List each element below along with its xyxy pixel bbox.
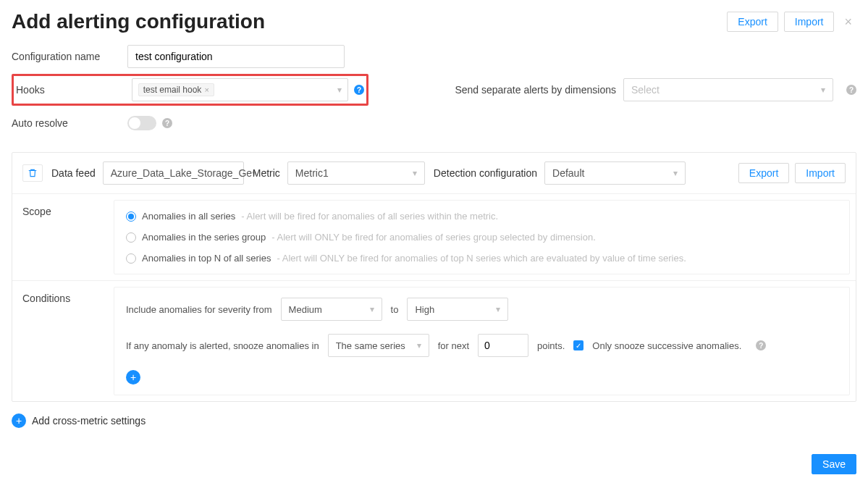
close-icon[interactable]: × [840,14,856,30]
detection-value: Default [552,167,584,179]
severity-from-value: Medium [289,304,322,315]
only-successive-label: Only snooze successive anomalies. [592,340,741,351]
chevron-down-icon: ▾ [413,168,417,178]
hooks-tag-label: test email hook [143,85,202,95]
add-cross-metric-label: Add cross-metric settings [32,415,146,427]
add-cross-metric-button[interactable]: + Add cross-metric settings [0,408,868,434]
hooks-tag-remove-icon[interactable]: × [204,85,208,94]
scope-opt3-desc: - Alert will ONLY be fired for anomalies… [277,253,686,264]
help-icon[interactable]: ? [846,85,856,95]
scope-label: Scope [12,194,114,229]
conditions-label: Conditions [12,281,114,316]
scope-radio-all[interactable] [126,211,136,222]
severity-to-value: High [415,304,434,315]
hooks-highlight: Hooks test email hook × ▾ ? [12,74,368,106]
help-icon[interactable]: ? [756,340,766,350]
chevron-down-icon: ▾ [337,85,342,95]
snooze-prefix: If any anomaly is alerted, snooze anomal… [126,340,319,351]
only-successive-checkbox[interactable]: ✓ [573,340,583,350]
plus-icon: + [12,413,26,428]
detection-select[interactable]: Default ▾ [544,161,686,185]
chevron-down-icon: ▾ [417,340,421,350]
dimensions-label: Send separate alerts by dimensions [455,84,616,96]
snooze-points-input[interactable] [478,334,528,357]
chevron-down-icon: ▾ [496,304,500,314]
metric-label: Metric [253,167,280,179]
data-feed-label: Data feed [51,167,96,179]
export-button[interactable]: Export [727,12,778,32]
snooze-for-next: for next [438,340,469,351]
conditions-body: Include anomalies for severity from Medi… [114,287,850,395]
help-icon[interactable]: ? [354,85,364,95]
scope-radio-group[interactable] [126,232,136,243]
card-import-button[interactable]: Import [795,163,846,183]
hooks-tag: test email hook × [138,83,214,96]
scope-opt2-label: Anomalies in the series group [142,232,266,243]
severity-prefix: Include anomalies for severity from [126,304,272,315]
chevron-down-icon: ▾ [673,168,678,178]
scope-opt1-label: Anomalies in all series [142,211,235,222]
severity-to-select[interactable]: High ▾ [407,298,508,321]
hooks-select[interactable]: test email hook × ▾ [132,78,348,101]
dimensions-placeholder: Select [631,84,660,96]
scope-radio-topn[interactable] [126,253,136,264]
page-title: Add alerting configuration [12,10,265,33]
detection-label: Detection configuration [434,167,537,179]
severity-from-select[interactable]: Medium ▾ [281,298,382,321]
metric-value: Metric1 [295,167,329,179]
chevron-down-icon: ▾ [370,304,374,314]
dimensions-select[interactable]: Select ▾ [623,78,833,101]
auto-resolve-toggle[interactable] [127,116,156,130]
scope-opt1-desc: - Alert will be fired for anomalies of a… [241,211,498,222]
header-actions: Export Import × [727,12,856,32]
auto-resolve-label: Auto resolve [12,117,127,129]
scope-opt2-desc: - Alert will ONLY be fired for anomalies… [271,232,596,243]
config-name-label: Configuration name [12,51,127,62]
severity-to-label: to [391,304,399,315]
add-condition-icon[interactable]: + [126,370,140,385]
scope-opt3-label: Anomalies in top N of all series [142,253,271,264]
snooze-points-suffix: points. [537,340,565,351]
config-name-input[interactable] [127,45,345,68]
snooze-scope-select[interactable]: The same series ▾ [328,334,429,357]
metric-select[interactable]: Metric1 ▾ [287,161,425,185]
import-button[interactable]: Import [784,12,835,32]
scope-body: Anomalies in all series - Alert will be … [114,200,850,274]
help-icon[interactable]: ? [162,118,172,128]
hooks-label: Hooks [16,84,132,96]
chevron-down-icon: ▾ [821,85,825,95]
data-feed-select[interactable]: Azure_Data_Lake_Storage_Ge ▾ [103,161,244,185]
metric-config-card: Data feed Azure_Data_Lake_Storage_Ge ▾ M… [12,152,856,402]
data-feed-value: Azure_Data_Lake_Storage_Ge [111,167,252,179]
card-export-button[interactable]: Export [738,163,789,183]
save-button[interactable]: Save [812,454,856,474]
snooze-scope-value: The same series [336,340,405,351]
delete-icon[interactable] [22,164,43,182]
dimensions-field: Send separate alerts by dimensions Selec… [455,78,856,101]
